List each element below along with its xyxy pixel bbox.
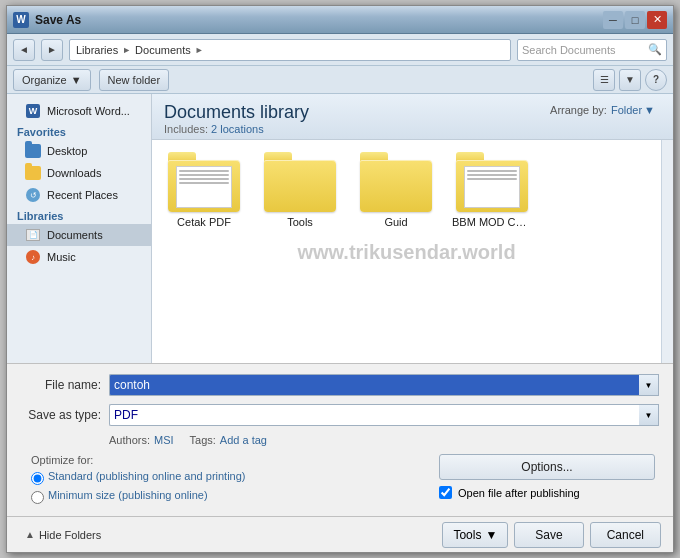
tags-value[interactable]: Add a tag: [220, 434, 267, 446]
cancel-button[interactable]: Cancel: [590, 522, 661, 548]
cetak-pdf-folder-icon: [168, 152, 240, 212]
bbm-mod-label: BBM MOD COBA: [452, 216, 532, 228]
breadcrumb-bar[interactable]: Libraries ► Documents ►: [69, 39, 511, 61]
toolbar-right: ☰ ▼ ?: [593, 69, 667, 91]
bbm-mod-folder-icon: [456, 152, 528, 212]
file-item-bbm-mod[interactable]: BBM MOD COBA: [452, 152, 532, 228]
breadcrumb-documents[interactable]: Documents: [135, 44, 191, 56]
sidebar-item-desktop[interactable]: Desktop: [7, 140, 151, 162]
watermark: www.trikusendar.world: [297, 240, 515, 263]
organize-arrow-icon: ▼: [71, 74, 82, 86]
filename-dropdown-icon[interactable]: ▼: [639, 374, 659, 396]
minimize-button[interactable]: ─: [603, 11, 623, 29]
recent-icon: ↺: [25, 187, 41, 203]
new-folder-button[interactable]: New folder: [99, 69, 170, 91]
sidebar-downloads-label: Downloads: [47, 167, 101, 179]
back-button[interactable]: ◄: [13, 39, 35, 61]
sidebar-item-documents[interactable]: 📄 Documents: [7, 224, 151, 246]
action-bar: ▲ Hide Folders Tools ▼ Save Cancel: [7, 516, 673, 552]
open-after-publish-checkbox[interactable]: [439, 486, 452, 499]
view-arrow-button[interactable]: ▼: [619, 69, 641, 91]
open-after-publish-label: Open file after publishing: [458, 487, 580, 499]
optimize-section: Optimize for: Standard (publishing onlin…: [21, 454, 439, 508]
close-button[interactable]: ✕: [647, 11, 667, 29]
arrange-by: Arrange by: Folder ▼: [550, 104, 655, 116]
filename-label: File name:: [21, 378, 101, 392]
navigation-toolbar: ◄ ► Libraries ► Documents ► Search Docum…: [7, 34, 673, 66]
authors-item: Authors: MSI: [109, 434, 174, 446]
radio-standard-label: Standard (publishing online and printing…: [48, 470, 246, 482]
sidebar-item-recent[interactable]: ↺ Recent Places: [7, 184, 151, 206]
sidebar-recent-label: Recent Places: [47, 189, 118, 201]
tags-item: Tags: Add a tag: [190, 434, 267, 446]
tags-label: Tags:: [190, 434, 216, 446]
documents-icon: 📄: [25, 227, 41, 243]
action-bar-right: Tools ▼ Save Cancel: [442, 522, 661, 548]
dialog-title: Save As: [35, 13, 81, 27]
save-as-dialog: W Save As ─ □ ✕ ◄ ► Libraries ► Document…: [6, 5, 674, 553]
radio-minimum[interactable]: [31, 491, 44, 504]
right-section: Options... Open file after publishing: [439, 454, 659, 499]
search-bar[interactable]: Search Documents 🔍: [517, 39, 667, 61]
sidebar-documents-label: Documents: [47, 229, 103, 241]
second-toolbar: Organize ▼ New folder ☰ ▼ ?: [7, 66, 673, 94]
guid-label: Guid: [384, 216, 407, 228]
sidebar-item-music[interactable]: ♪ Music: [7, 246, 151, 268]
file-scrollbar[interactable]: [661, 140, 673, 363]
arrange-dropdown-icon: ▼: [644, 104, 655, 116]
word-sidebar-icon: W: [25, 103, 41, 119]
breadcrumb-libraries[interactable]: Libraries: [76, 44, 118, 56]
hide-folders-label: Hide Folders: [39, 529, 101, 541]
downloads-icon: [25, 165, 41, 181]
tools-label: Tools: [453, 528, 481, 542]
breadcrumb-separator: ►: [122, 45, 131, 55]
sidebar-item-word[interactable]: W Microsoft Word...: [7, 100, 151, 122]
cetak-pdf-label: Cetak PDF: [177, 216, 231, 228]
new-folder-label: New folder: [108, 74, 161, 86]
main-area: W Microsoft Word... Favorites Desktop Do…: [7, 94, 673, 363]
search-placeholder: Search Documents: [522, 44, 616, 56]
sidebar-item-downloads[interactable]: Downloads: [7, 162, 151, 184]
arrange-label: Arrange by:: [550, 104, 607, 116]
arrange-value-link[interactable]: Folder ▼: [611, 104, 655, 116]
file-item-tools[interactable]: Tools: [260, 152, 340, 228]
file-item-cetak-pdf[interactable]: Cetak PDF: [164, 152, 244, 228]
options-button[interactable]: Options...: [439, 454, 655, 480]
optimize-label-row: Optimize for:: [31, 454, 439, 466]
savetype-input-container: ▼: [109, 404, 659, 426]
title-bar: W Save As ─ □ ✕: [7, 6, 673, 34]
save-button[interactable]: Save: [514, 522, 583, 548]
locations-link[interactable]: 2 locations: [211, 123, 264, 135]
sidebar-libraries-label[interactable]: Libraries: [7, 206, 151, 224]
breadcrumb-end-arrow: ►: [195, 45, 204, 55]
savetype-input[interactable]: [109, 404, 639, 426]
search-icon: 🔍: [648, 43, 662, 56]
checkbox-open-row: Open file after publishing: [439, 486, 655, 499]
bottom-form-area: File name: ▼ Save as type: ▼ Authors: MS…: [7, 363, 673, 516]
file-area-header: Documents library Includes: 2 locations …: [152, 94, 673, 140]
view-button[interactable]: ☰: [593, 69, 615, 91]
maximize-button[interactable]: □: [625, 11, 645, 29]
savetype-dropdown-icon[interactable]: ▼: [639, 404, 659, 426]
radio-standard[interactable]: [31, 472, 44, 485]
savetype-label: Save as type:: [21, 408, 101, 422]
tools-button[interactable]: Tools ▼: [442, 522, 508, 548]
tools-label: Tools: [287, 216, 313, 228]
arrange-value: Folder: [611, 104, 642, 116]
authors-label: Authors:: [109, 434, 150, 446]
organize-button[interactable]: Organize ▼: [13, 69, 91, 91]
sidebar-favorites-label[interactable]: Favorites: [7, 122, 151, 140]
meta-row: Authors: MSI Tags: Add a tag: [21, 434, 659, 446]
filename-input[interactable]: [109, 374, 639, 396]
forward-button[interactable]: ►: [41, 39, 63, 61]
hide-folders-button[interactable]: ▲ Hide Folders: [19, 526, 107, 544]
guid-folder-icon: [360, 152, 432, 212]
optimize-label: Optimize for:: [31, 454, 93, 466]
help-button[interactable]: ?: [645, 69, 667, 91]
hide-folders-icon: ▲: [25, 529, 35, 540]
file-item-guid[interactable]: Guid: [356, 152, 436, 228]
organize-label: Organize: [22, 74, 67, 86]
word-icon: W: [13, 12, 29, 28]
authors-value[interactable]: MSI: [154, 434, 174, 446]
radio-minimum-label: Minimum size (publishing online): [48, 489, 208, 501]
